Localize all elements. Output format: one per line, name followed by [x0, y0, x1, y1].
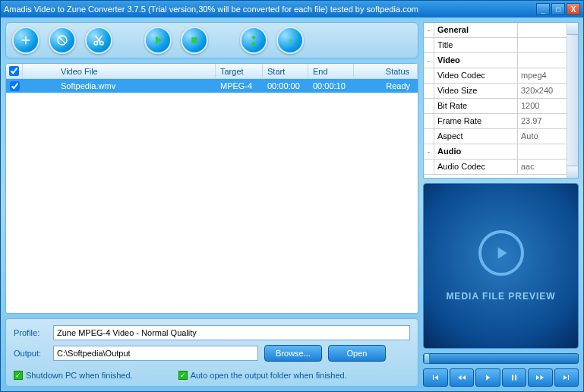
- file-list: Video File Target Start End Status Softp…: [5, 63, 418, 314]
- titlebar-text: Amadis Video to Zune Converter 3.7.5 (Tr…: [4, 5, 535, 14]
- check-icon: ✓: [178, 371, 188, 380]
- output-label: Output:: [14, 349, 47, 358]
- row-end: 00:00:10: [308, 79, 354, 93]
- svg-text:?: ?: [288, 39, 292, 46]
- row-start: 00:00:00: [263, 79, 308, 93]
- maximize-button[interactable]: □: [551, 3, 565, 15]
- svg-rect-3: [191, 37, 197, 43]
- preview-label: MEDIA FILE PREVIEW: [446, 291, 555, 302]
- profile-input[interactable]: [53, 325, 410, 340]
- media-pause-button[interactable]: [502, 368, 527, 387]
- right-column: -General Title -Video Video Codecmpeg4 V…: [423, 22, 579, 387]
- shutdown-label: Shutdown PC when finished.: [26, 371, 133, 380]
- properties-scrollbar[interactable]: [567, 23, 578, 178]
- properties-grid[interactable]: -General Title -Video Video Codecmpeg4 V…: [424, 23, 567, 178]
- media-play-button[interactable]: [475, 368, 500, 387]
- preview-panel: MEDIA FILE PREVIEW: [423, 183, 579, 349]
- collapse-icon[interactable]: -: [424, 23, 434, 37]
- open-button[interactable]: Open: [328, 345, 386, 362]
- header-end[interactable]: End: [308, 64, 354, 78]
- output-input[interactable]: [53, 346, 258, 361]
- close-button[interactable]: X: [567, 3, 580, 15]
- media-rewind-button[interactable]: [450, 368, 475, 387]
- header-target[interactable]: Target: [216, 64, 263, 78]
- media-forward-button[interactable]: [528, 368, 553, 387]
- add-button[interactable]: [12, 27, 39, 54]
- collapse-icon[interactable]: -: [424, 53, 434, 68]
- help-button[interactable]: ?: [276, 27, 304, 54]
- titlebar[interactable]: Amadis Video to Zune Converter 3.7.5 (Tr…: [1, 1, 583, 17]
- shutdown-checkbox[interactable]: ✓ Shutdown PC when finished.: [14, 371, 133, 380]
- profile-label: Profile:: [14, 328, 47, 337]
- remove-button[interactable]: [49, 27, 76, 54]
- trim-button[interactable]: [85, 27, 112, 54]
- minimize-button[interactable]: _: [536, 3, 550, 15]
- header-file[interactable]: Video File: [23, 64, 216, 78]
- header-status[interactable]: Status: [354, 64, 418, 78]
- media-prev-button[interactable]: [423, 368, 448, 387]
- row-status: Ready: [354, 79, 418, 93]
- list-header: Video File Target Start End Status: [6, 64, 418, 79]
- app-window: Amadis Video to Zune Converter 3.7.5 (Tr…: [0, 0, 584, 392]
- svg-point-4: [252, 36, 256, 40]
- convert-button[interactable]: [144, 27, 172, 54]
- toolbar: ?: [5, 22, 418, 58]
- media-controls: [423, 368, 579, 387]
- left-column: ? Video File Target Start End Status Sof…: [5, 22, 418, 387]
- row-file: Softpedia.wmv: [23, 79, 216, 93]
- app-body: ? Video File Target Start End Status Sof…: [1, 17, 583, 391]
- media-next-button[interactable]: [554, 368, 579, 387]
- list-empty-area[interactable]: [6, 93, 418, 313]
- row-target: MPEG-4: [216, 79, 263, 93]
- row-checkbox[interactable]: [6, 79, 23, 93]
- header-start[interactable]: Start: [263, 64, 308, 78]
- stop-button[interactable]: [181, 27, 208, 54]
- seek-thumb[interactable]: [424, 353, 430, 364]
- about-button[interactable]: [240, 27, 267, 54]
- properties-panel: -General Title -Video Video Codecmpeg4 V…: [423, 22, 579, 179]
- preview-play-icon[interactable]: [478, 230, 524, 276]
- check-icon: ✓: [14, 371, 23, 380]
- header-checkbox[interactable]: [6, 64, 23, 78]
- autoopen-checkbox[interactable]: ✓ Auto open the output folder when finis…: [178, 371, 347, 380]
- autoopen-label: Auto open the output folder when finishe…: [191, 371, 347, 380]
- browse-button[interactable]: Browse...: [264, 345, 322, 362]
- collapse-icon[interactable]: -: [424, 144, 434, 159]
- seek-bar[interactable]: [423, 353, 579, 364]
- table-row[interactable]: Softpedia.wmv MPEG-4 00:00:00 00:00:10 R…: [6, 79, 418, 93]
- bottom-panel: Profile: Output: Browse... Open ✓ Shutdo…: [5, 318, 418, 387]
